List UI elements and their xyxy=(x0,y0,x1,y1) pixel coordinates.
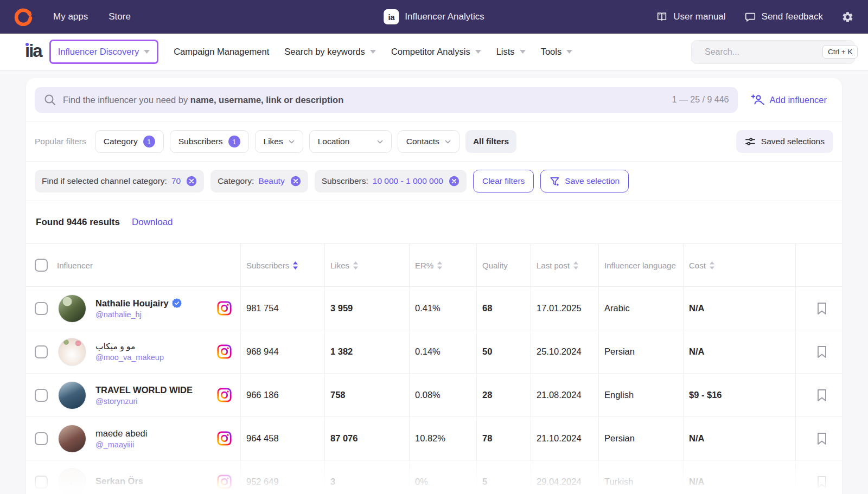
header-likes[interactable]: Likes xyxy=(324,244,409,286)
select-all-checkbox[interactable] xyxy=(35,259,48,272)
chevron-down-icon xyxy=(370,50,376,54)
instagram-icon[interactable] xyxy=(217,474,232,489)
influencer-username[interactable]: @nathalie_hj xyxy=(95,310,213,319)
influencer-name[interactable]: Nathalie Houjairy xyxy=(95,298,169,309)
header-cost[interactable]: Cost xyxy=(683,244,795,286)
row-checkbox[interactable] xyxy=(35,345,48,358)
search-icon xyxy=(43,93,56,106)
header-er[interactable]: ER% xyxy=(409,244,476,286)
quality-value: 28 xyxy=(476,374,531,416)
user-manual-link[interactable]: User manual xyxy=(656,11,725,23)
bookmark-icon[interactable] xyxy=(816,432,827,445)
nav-item-campaign-management[interactable]: Campaign Management xyxy=(174,47,269,57)
instagram-icon[interactable] xyxy=(217,431,232,446)
screen: My apps Store ia Influencer Analytics Us… xyxy=(0,0,868,494)
sort-icon xyxy=(573,261,578,270)
subscribers-value: 964 458 xyxy=(240,417,324,460)
remove-filter-icon[interactable] xyxy=(449,176,459,187)
filter-subscribers[interactable]: Subscribers 1 xyxy=(170,130,249,153)
remove-filter-icon[interactable] xyxy=(290,176,301,187)
row-checkbox[interactable] xyxy=(35,389,48,402)
saved-selections-button[interactable]: Saved selections xyxy=(736,130,833,153)
last-post-value: 21.10.2024 xyxy=(531,417,598,460)
filter-likes[interactable]: Likes xyxy=(255,130,303,153)
chevron-down-icon xyxy=(377,140,383,144)
add-influencer-button[interactable]: Add influencer xyxy=(751,93,834,106)
quality-value: 50 xyxy=(476,330,531,373)
send-feedback-link[interactable]: Send feedback xyxy=(744,11,823,23)
topbar-store[interactable]: Store xyxy=(108,11,131,22)
sort-icon xyxy=(293,261,298,270)
sort-icon xyxy=(353,261,358,270)
influencer-name[interactable]: Serkan Örs xyxy=(95,476,143,486)
table-header: Influencer Subscribers Likes ER% Quality… xyxy=(26,243,842,287)
global-search[interactable]: Ctrl + K xyxy=(691,40,855,64)
nav-item-search-by-keywords[interactable]: Search by keywords xyxy=(284,47,376,57)
bookmark-icon[interactable] xyxy=(816,302,827,315)
global-search-input[interactable] xyxy=(705,47,817,57)
remove-filter-icon[interactable] xyxy=(186,176,197,187)
language-value: Persian xyxy=(598,330,683,373)
main-nav: ıiaia Influencer Discovery Campaign Mana… xyxy=(0,34,868,70)
row-checkbox[interactable] xyxy=(35,432,48,445)
filter-category[interactable]: Category 1 xyxy=(95,130,164,153)
influencer-username[interactable]: @moo_va_makeup xyxy=(95,353,213,362)
results-count: Found 9446 results xyxy=(36,217,120,228)
language-value: Turkish xyxy=(598,460,683,494)
chevron-down-icon xyxy=(445,140,451,144)
table-row: Serkan Örs 952 649 3 0% 5 29.04.2024 Tur… xyxy=(26,460,842,494)
bookmark-icon[interactable] xyxy=(816,345,827,358)
sort-icon xyxy=(437,261,442,270)
semrush-logo-icon[interactable] xyxy=(14,8,33,26)
filter-contacts[interactable]: Contacts xyxy=(398,130,459,153)
popular-filters-label: Popular filters xyxy=(35,137,86,146)
nav-item-competitor-analysis[interactable]: Competitor Analysis xyxy=(391,47,481,57)
influencer-search-input[interactable]: Find the influencer you need by name, us… xyxy=(35,87,738,113)
all-filters-button[interactable]: All filters xyxy=(465,130,516,153)
nav-item-lists[interactable]: Lists xyxy=(496,47,526,57)
header-subscribers[interactable]: Subscribers xyxy=(240,244,324,286)
cost-value: N/A xyxy=(683,330,795,373)
influencer-name[interactable]: TRAVEL WORLD WIDE xyxy=(95,385,193,395)
avatar xyxy=(58,294,86,323)
sliders-icon xyxy=(745,136,756,147)
influencer-name[interactable]: maede abedi xyxy=(95,428,147,439)
likes-value: 758 xyxy=(324,374,409,416)
bookmark-icon[interactable] xyxy=(816,389,827,402)
bookmark-icon[interactable] xyxy=(816,476,827,489)
influencer-username[interactable]: @_maayiiii xyxy=(95,440,213,449)
clear-filters-button[interactable]: Clear filters xyxy=(473,170,534,193)
nav-item-tools[interactable]: Tools xyxy=(541,47,573,57)
ia-logo[interactable]: ıiaia xyxy=(25,41,42,61)
table-row: مو و ميكاپ @moo_va_makeup 968 944 1 382 … xyxy=(26,330,842,374)
instagram-icon[interactable] xyxy=(217,388,232,402)
chip-category: Category: Beauty xyxy=(210,170,308,193)
header-influencer: Influencer xyxy=(56,244,240,286)
header-last-post[interactable]: Last post xyxy=(531,244,598,286)
table-row: Nathalie Houjairy @nathalie_hj 981 754 3 xyxy=(26,287,842,330)
row-checkbox[interactable] xyxy=(35,476,48,489)
topbar: My apps Store ia Influencer Analytics Us… xyxy=(0,0,868,34)
instagram-icon[interactable] xyxy=(217,301,232,316)
subscribers-value: 981 754 xyxy=(240,287,324,330)
row-checkbox[interactable] xyxy=(35,302,48,315)
influencer-name[interactable]: مو و ميكاپ xyxy=(95,342,135,351)
chevron-down-icon xyxy=(475,50,481,54)
settings-gear-icon[interactable] xyxy=(841,11,854,23)
topbar-my-apps[interactable]: My apps xyxy=(53,11,88,22)
influencer-username[interactable]: @storynzuri xyxy=(95,397,213,406)
instagram-icon[interactable] xyxy=(217,344,232,359)
save-selection-button[interactable]: Save selection xyxy=(540,170,629,193)
book-icon xyxy=(656,11,668,23)
avatar xyxy=(58,381,86,409)
er-value: 0% xyxy=(409,460,476,494)
subscribers-value: 952 649 xyxy=(240,460,324,494)
funnel-icon xyxy=(550,176,560,187)
download-link[interactable]: Download xyxy=(132,217,173,228)
filter-location[interactable]: Location xyxy=(309,130,392,153)
results-section: Found 9446 results Download xyxy=(26,201,842,243)
language-value: Persian xyxy=(598,417,683,460)
category-count-badge: 1 xyxy=(143,136,155,147)
nav-item-influencer-discovery[interactable]: Influencer Discovery xyxy=(49,40,158,64)
chevron-down-icon xyxy=(144,50,150,54)
